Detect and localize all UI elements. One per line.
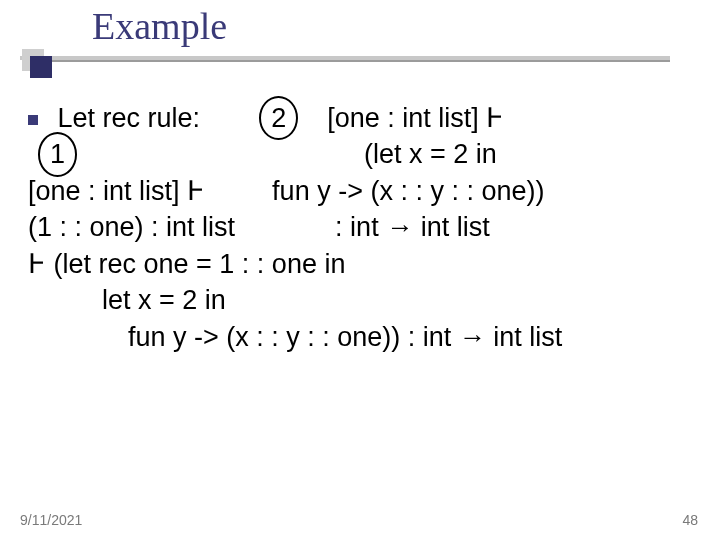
line3-right: fun y -> (x : : y : : one)) bbox=[272, 176, 544, 206]
slide-title: Example bbox=[92, 4, 720, 48]
footer-date: 9/11/2021 bbox=[20, 512, 82, 528]
accent-square bbox=[30, 56, 52, 78]
line-6: let x = 2 in bbox=[22, 282, 700, 318]
line-5: Ⱶ (let rec one = 1 : : one in bbox=[22, 246, 700, 282]
line3-left: [one : int list] Ⱶ bbox=[28, 176, 205, 206]
line7-text: fun y -> (x : : y : : one)) : int → int … bbox=[128, 322, 562, 352]
circled-1: 1 bbox=[46, 136, 69, 172]
line-7: fun y -> (x : : y : : one)) : int → int … bbox=[22, 319, 700, 355]
body-text: Let rec rule: 2 [one : int list] Ⱶ 1 (le… bbox=[22, 100, 700, 355]
title-underline-dark bbox=[22, 60, 670, 62]
title-area: Example bbox=[0, 4, 720, 48]
line-4: (1 : : one) : int list : int → int list bbox=[22, 209, 700, 245]
line4-left: (1 : : one) : int list bbox=[28, 212, 235, 242]
circled-2: 2 bbox=[267, 100, 290, 136]
line5-text: Ⱶ (let rec one = 1 : : one in bbox=[28, 249, 345, 279]
line1-after: [one : int list] Ⱶ bbox=[327, 103, 504, 133]
let-rec-label: Let rec rule: bbox=[58, 103, 201, 133]
bullet-icon bbox=[28, 115, 38, 125]
line-2: 1 (let x = 2 in bbox=[22, 136, 700, 172]
line6-text: let x = 2 in bbox=[102, 285, 226, 315]
line4-right: : int → int list bbox=[335, 212, 490, 242]
line2-right: (let x = 2 in bbox=[364, 139, 497, 169]
line-3: [one : int list] Ⱶ fun y -> (x : : y : :… bbox=[22, 173, 700, 209]
footer-page: 48 bbox=[682, 512, 698, 528]
line-1: Let rec rule: 2 [one : int list] Ⱶ bbox=[22, 100, 700, 136]
slide: Example Let rec rule: 2 [one : int list]… bbox=[0, 0, 720, 540]
